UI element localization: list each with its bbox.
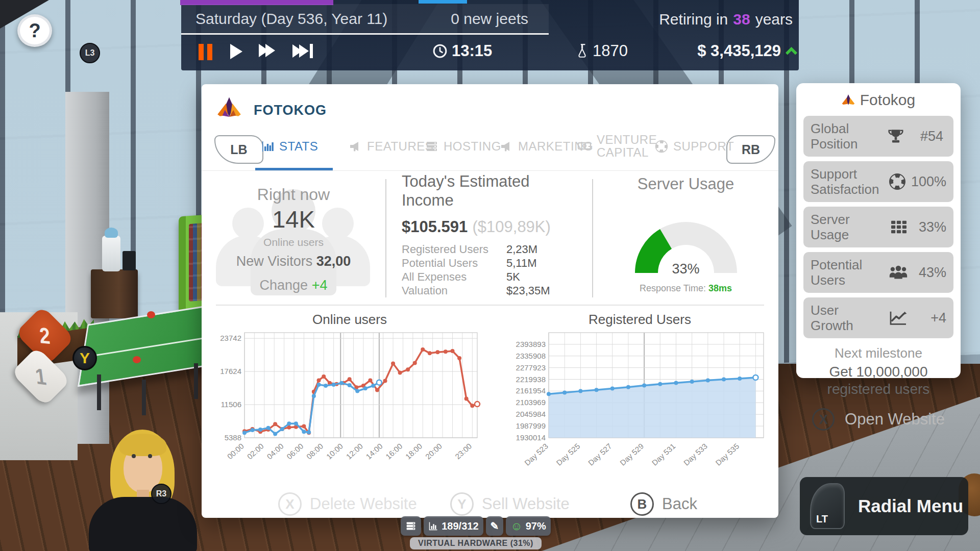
money-display[interactable]: $ 3,435,129 <box>697 42 796 60</box>
research-display: 1870 <box>575 42 628 60</box>
svg-text:2277923: 2277923 <box>516 363 546 372</box>
svg-text:2393893: 2393893 <box>516 340 546 348</box>
svg-text:1987999: 1987999 <box>516 421 546 430</box>
income-row-value: 5K <box>506 270 520 284</box>
card-label: Global Position <box>811 121 882 152</box>
tab-venture-capital[interactable]: VENTURE CAPITAL <box>577 133 645 159</box>
x-button-icon: X <box>278 492 302 516</box>
money-amount: $ 3,435,129 <box>697 42 781 60</box>
chart-title: Registered Users <box>511 312 769 328</box>
svg-text:04:00: 04:00 <box>265 442 285 461</box>
tabs-divider <box>202 170 778 171</box>
new-visitors-value: 32,00 <box>316 254 351 269</box>
server-usage-card: Server Usage 33% <box>803 207 953 247</box>
clock-display: 13:15 <box>432 42 492 60</box>
y-button-badge[interactable]: Y <box>72 346 97 370</box>
back-button[interactable]: B Back <box>630 492 697 516</box>
table-leg <box>97 374 101 410</box>
fotokog-logo-icon <box>842 94 855 106</box>
retirement-countdown: Retiring in 38 years <box>659 4 793 35</box>
fast-forward-button[interactable] <box>259 44 275 57</box>
open-website-button[interactable]: X Open Website <box>803 408 953 431</box>
income-row-label: Registered Users <box>402 242 506 256</box>
capacity-value: 189/312 <box>442 520 478 532</box>
date-panel: Saturday (Day 536, Year 11) 0 new jeets <box>181 4 549 35</box>
divider <box>385 179 386 297</box>
badge-2-label: 2 <box>39 323 52 349</box>
svg-text:Day 535: Day 535 <box>714 442 741 467</box>
edit-pill[interactable]: ✎ <box>486 516 504 536</box>
tab-features-label: FEATURES <box>367 139 433 154</box>
people-icon <box>889 265 908 280</box>
delete-website-button[interactable]: X Delete Website <box>278 492 417 516</box>
income-rows: Registered Users2,23M Potential Users5,1… <box>402 242 585 297</box>
play-button[interactable] <box>230 44 242 59</box>
tab-features[interactable]: FEATURES <box>349 139 433 154</box>
global-position-card: Global Position #54 <box>803 116 953 157</box>
svg-text:2335908: 2335908 <box>516 352 546 360</box>
virtual-hardware-badge[interactable]: 189/312 ✎ ☺ 97% VIRTUAL HARDWARE (31%) <box>389 516 562 549</box>
edit-icon: ✎ <box>491 520 499 532</box>
income-row-label: Potential Users <box>402 256 506 270</box>
server-usage-panel: Server Usage 33% Response Time: 38ms <box>593 175 778 294</box>
water-cooler <box>102 236 120 271</box>
game-screen: Saturday (Day 536, Year 11) 0 new jeets … <box>0 0 980 551</box>
server-pill[interactable] <box>401 516 421 536</box>
help-button[interactable]: ? <box>17 14 52 47</box>
tab-hosting[interactable]: HOSTING <box>425 139 501 154</box>
table-leg <box>142 380 146 415</box>
tab-stats-label: STATS <box>279 139 318 154</box>
bar-chart-icon <box>428 521 438 531</box>
card-value: 43% <box>913 265 946 281</box>
registered-users-plot: 2393893233590822779232219938216195421039… <box>511 329 769 470</box>
svg-text:2103969: 2103969 <box>516 398 546 407</box>
delete-website-label: Delete Website <box>310 495 417 513</box>
income-row-label: Valuation <box>402 284 506 297</box>
registered-users-chart: Registered Users 23938932335908227792322… <box>511 312 769 472</box>
l3-badge: L3 <box>80 43 100 63</box>
skip-button[interactable] <box>292 44 313 58</box>
svg-text:17624: 17624 <box>220 367 241 375</box>
server-icon <box>425 140 438 153</box>
lb-shoulder-button[interactable]: LB <box>214 135 263 164</box>
svg-text:10:00: 10:00 <box>325 442 345 461</box>
avatar-torso <box>89 497 197 551</box>
svg-text:Day 527: Day 527 <box>586 442 614 467</box>
change: Change +4 <box>202 278 385 293</box>
card-value: +4 <box>913 310 946 326</box>
pause-icon <box>199 44 212 60</box>
income-row: Potential Users5,11M <box>402 256 585 270</box>
right-now-panel: Right now 14K Online users New Visitors … <box>202 175 385 303</box>
flask-icon <box>575 43 589 59</box>
tab-support[interactable]: SUPPORT <box>655 139 734 154</box>
website-summary-panel: Fotokog Global Position #54 Support Sati… <box>796 83 961 378</box>
new-visitors-label: New Visitors <box>236 254 313 269</box>
satisfaction-value: 97% <box>526 520 546 532</box>
sidebar-header: Fotokog <box>803 91 953 109</box>
retiring-years: 38 <box>733 11 750 28</box>
svg-text:16:00: 16:00 <box>384 442 404 461</box>
virtual-hardware-label: VIRTUAL HARDWARE (31%) <box>410 537 542 549</box>
website-stats-dialog: FOTOKOG LB RB STATS FEATURES HOSTING MAR… <box>202 84 778 518</box>
paddle <box>147 311 155 318</box>
new-jeets-counter[interactable]: 0 new jeets <box>451 10 528 28</box>
svg-text:2045984: 2045984 <box>516 410 546 418</box>
online-users-value: 14K <box>202 205 385 233</box>
svg-text:5388: 5388 <box>225 433 241 442</box>
satisfaction-pill[interactable]: ☺ 97% <box>506 516 551 536</box>
growth-icon <box>889 310 908 325</box>
sell-website-button[interactable]: Y Sell Website <box>450 492 570 516</box>
cabinet <box>91 269 138 318</box>
capacity-pill[interactable]: 189/312 <box>424 516 483 536</box>
change-label: Change <box>260 278 308 293</box>
retiring-prefix: Retiring in <box>659 11 728 28</box>
radial-menu-panel[interactable]: LT Radial Menu <box>800 477 968 535</box>
potential-users-card: Potential Users 43% <box>803 252 953 293</box>
tab-hosting-label: HOSTING <box>444 139 501 154</box>
card-value: 100% <box>911 174 946 190</box>
svg-text:Day 531: Day 531 <box>650 442 677 467</box>
pause-button[interactable] <box>199 44 212 60</box>
chart-title: Online users <box>217 312 482 328</box>
bar-chart-icon <box>261 140 274 153</box>
tab-stats[interactable]: STATS <box>261 139 318 154</box>
